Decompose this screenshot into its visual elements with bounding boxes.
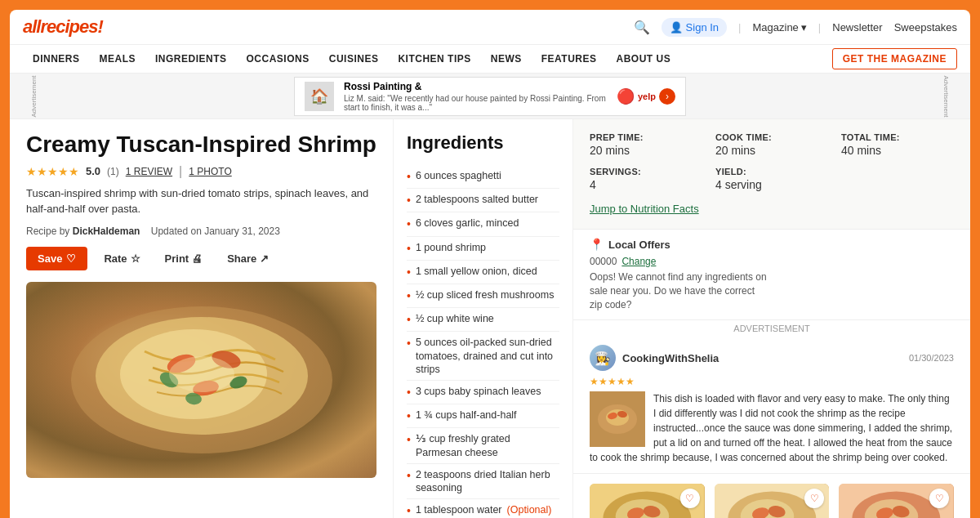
prep-time: Prep Time: 20 mins — [590, 132, 702, 157]
servings: Servings: 4 — [590, 167, 702, 191]
ad-arrow[interactable]: › — [659, 88, 675, 105]
print-button[interactable]: Print 🖨 — [157, 248, 212, 270]
recipe-rating-count: (1) — [107, 166, 119, 177]
jump-nutrition-link[interactable]: Jump to Nutrition Facts — [590, 203, 699, 215]
save-label: Save — [38, 252, 62, 265]
ad-banner: Advertisement 🏠 Rossi Painting & Liz M. … — [10, 74, 970, 119]
search-icon[interactable]: 🔍 — [634, 20, 650, 35]
rate-button[interactable]: Rate ☆ — [96, 248, 148, 270]
nav-cuisines[interactable]: CUISINES — [319, 45, 389, 73]
related-card-image: ♡ — [839, 484, 954, 518]
print-label: Print — [165, 252, 189, 265]
ingredient-item: 1 ¾ cups half-and-half — [407, 404, 559, 428]
magazine-button[interactable]: Magazine ▾ — [752, 21, 806, 33]
related-card-image: ♡ — [590, 484, 705, 518]
ingredients-panel: Ingredients 6 ounces spaghetti2 tablespo… — [394, 119, 573, 518]
svg-point-9 — [169, 356, 234, 392]
chevron-down-icon: ▾ — [801, 21, 807, 33]
user-icon: 👤 — [670, 21, 683, 33]
updated-date: Updated on January 31, 2023 — [151, 226, 280, 237]
main-nav: DINNERS MEALS INGREDIENTS OCCASIONS CUIS… — [10, 45, 970, 74]
ingredient-item: 5 ounces oil-packed sun-dried tomatoes, … — [407, 332, 559, 381]
nav-about-us[interactable]: ABOUT US — [607, 45, 681, 73]
related-recipe-card: ♡ SHRIMP Easy Lemon Shrimp Pasta ★★★★☆ 9… — [590, 484, 705, 518]
ingredient-item: 6 ounces spaghetti — [407, 165, 559, 189]
logo[interactable]: allrecipes! — [23, 16, 103, 38]
stats-grid: Prep Time: 20 mins Cook Time: 20 mins To… — [590, 132, 954, 157]
ad-label-right: Advertisement — [942, 75, 950, 117]
photo-link[interactable]: 1 PHOTO — [189, 166, 231, 177]
recipe-rating-score: 5.0 — [86, 165, 100, 177]
share-button[interactable]: Share ↗ — [219, 248, 277, 270]
newsletter-link[interactable]: Newsletter — [832, 21, 882, 33]
nav-dinners[interactable]: DINNERS — [23, 45, 90, 73]
separator2: | — [818, 21, 821, 33]
ad-label-left: Advertisement — [30, 75, 38, 117]
related-heart-button[interactable]: ♡ — [680, 489, 700, 508]
servings-value: 4 — [590, 178, 702, 191]
review-body-container: This dish is loaded with flavor and very… — [590, 391, 954, 465]
recipe-stats: Prep Time: 20 mins Cook Time: 20 mins To… — [573, 119, 970, 230]
review-section: 👩‍🍳 CookingWithShelia 01/30/2023 ★★★★★ — [573, 337, 970, 474]
ad-image: 🏠 — [305, 82, 334, 111]
total-label: Total Time: — [841, 132, 954, 142]
heart-icon: ♡ — [66, 252, 76, 265]
reviewer-name: CookingWithShelia — [622, 352, 719, 364]
ad-yelp: 🔴 yelp › — [617, 87, 675, 105]
recipe-description: Tuscan-inspired shrimp with sun-dried to… — [26, 185, 376, 217]
sweepstakes-link[interactable]: Sweepstakes — [894, 21, 957, 33]
yield-value: 4 serving — [715, 178, 828, 191]
yield: Yield: 4 serving — [715, 167, 828, 191]
nav-ingredients[interactable]: INGREDIENTS — [145, 45, 237, 73]
right-panel: Prep Time: 20 mins Cook Time: 20 mins To… — [573, 119, 970, 518]
action-row: Save ♡ Rate ☆ Print 🖨 Share ↗ — [26, 247, 376, 270]
share-label: Share — [227, 252, 256, 265]
nav-news[interactable]: NEWS — [481, 45, 532, 73]
nav-kitchen-tips[interactable]: KITCHEN TIPS — [388, 45, 480, 73]
local-offers-label: Local Offers — [608, 239, 670, 251]
nav-features[interactable]: FEATURES — [532, 45, 607, 73]
zip-row: 00000 Change — [590, 256, 954, 267]
related-recipe-card: ♡ SHRIMP Garlic Shrimp Pasta Bake ★★★★★ … — [839, 484, 954, 518]
nav-meals[interactable]: MEALS — [90, 45, 146, 73]
change-zip-link[interactable]: Change — [621, 256, 656, 267]
related-recipe-card: ♡ SHRIMP Creamy Shrimp Pasta ★★★★★ 13 Ra… — [715, 484, 830, 518]
recipe-image-placeholder — [26, 282, 376, 478]
ingredient-item: 3 cups baby spinach leaves — [407, 381, 559, 404]
recipe-meta: Recipe by DickHaldeman Updated on Januar… — [26, 226, 376, 237]
ingredient-item: 1 small yellow onion, diced — [407, 261, 559, 284]
cook-label: Cook Time: — [715, 132, 828, 142]
sign-in-button[interactable]: 👤 Sign In — [662, 18, 727, 37]
review-link[interactable]: 1 REVIEW — [126, 166, 172, 177]
pin-icon: 📍 — [590, 238, 604, 251]
prep-label: Prep Time: — [590, 132, 702, 142]
main-layout: Creamy Tuscan-Inspired Shrimp ★★★★★ 5.0 … — [10, 119, 970, 518]
zip-code: 00000 — [590, 256, 617, 267]
ingredient-item: ½ cup white wine — [407, 308, 559, 332]
separator3: | — [179, 164, 182, 179]
ad-content[interactable]: 🏠 Rossi Painting & Liz M. said: "We rece… — [294, 77, 686, 116]
related-card-image: ♡ — [715, 484, 830, 518]
save-button[interactable]: Save ♡ — [26, 247, 87, 270]
share-icon: ↗ — [260, 252, 269, 265]
avatar-icon: 👩‍🍳 — [595, 351, 611, 366]
ad-business: Rossi Painting & — [344, 81, 607, 92]
ingredient-item: 2 teaspoons dried Italian herb seasoning — [407, 464, 559, 500]
ingredient-item: ½ cup sliced fresh mushrooms — [407, 284, 559, 308]
ingredient-item: 6 cloves garlic, minced — [407, 212, 559, 236]
servings-label: Servings: — [590, 167, 702, 176]
nav-occasions[interactable]: OCCASIONS — [237, 45, 319, 73]
recipe-image — [26, 282, 376, 478]
ad-tagline: Liz M. said: "We recently had our house … — [344, 94, 607, 112]
header-icons: 🔍 👤 Sign In | Magazine ▾ | Newsletter Sw… — [634, 18, 957, 37]
author-link[interactable]: DickHaldeman — [73, 226, 140, 237]
yield-label: Yield: — [715, 167, 828, 176]
total-time: Total Time: 40 mins — [841, 132, 954, 157]
local-offers: 📍 Local Offers 00000 Change Oops! We can… — [573, 230, 970, 320]
ingredient-item: 1 pound shrimp — [407, 237, 559, 261]
get-magazine-link[interactable]: GET THE MAGAZINE — [832, 48, 957, 69]
related-recipes: ♡ SHRIMP Easy Lemon Shrimp Pasta ★★★★☆ 9… — [573, 474, 970, 518]
ingredient-item: 2 tablespoons salted butter — [407, 189, 559, 212]
recipe-title: Creamy Tuscan-Inspired Shrimp — [26, 132, 376, 158]
review-date: 01/30/2023 — [909, 353, 954, 363]
